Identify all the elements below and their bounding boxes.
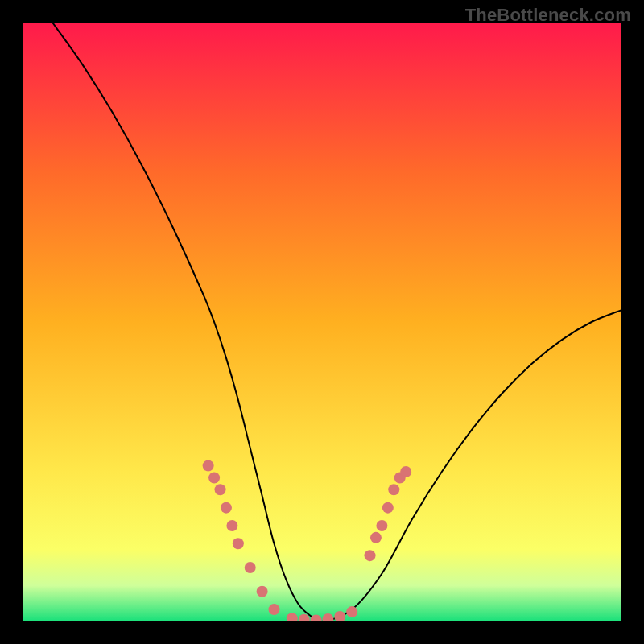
marker-point	[400, 466, 411, 477]
marker-point	[299, 614, 310, 625]
chart-svg	[0, 0, 644, 644]
marker-point	[287, 613, 298, 624]
marker-point	[203, 460, 214, 472]
marker-point	[388, 484, 399, 495]
marker-point	[221, 502, 232, 514]
marker-point	[268, 604, 279, 615]
marker-point	[226, 520, 237, 531]
marker-point	[233, 538, 244, 549]
marker-point	[382, 502, 394, 514]
marker-point	[311, 615, 322, 626]
marker-point	[322, 613, 333, 625]
watermark-text: TheBottleneck.com	[465, 5, 631, 26]
marker-point	[334, 611, 345, 622]
marker-point	[370, 532, 382, 543]
marker-point	[365, 550, 376, 561]
bottleneck-chart: TheBottleneck.com	[0, 0, 644, 644]
marker-point	[215, 484, 226, 495]
marker-point	[376, 520, 387, 531]
marker-point	[346, 606, 357, 617]
marker-point	[257, 586, 268, 597]
marker-point	[208, 472, 220, 483]
marker-point	[245, 562, 256, 573]
